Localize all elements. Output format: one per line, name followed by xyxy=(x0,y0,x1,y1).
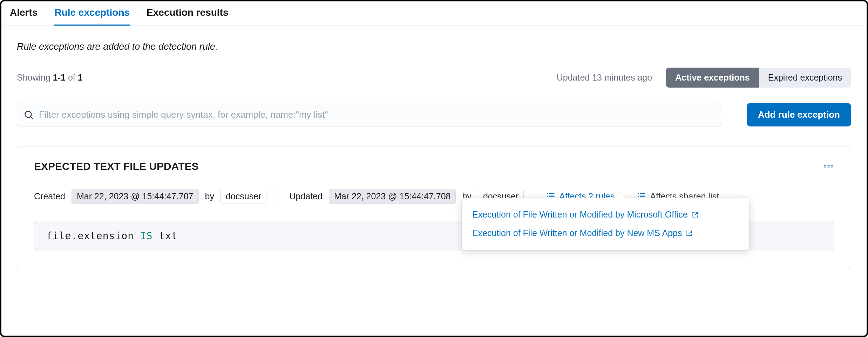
tab-bar: Alerts Rule exceptions Execution results xyxy=(1,1,867,26)
svg-line-1 xyxy=(30,116,33,119)
svg-rect-5 xyxy=(549,196,555,197)
search-icon xyxy=(24,110,33,119)
exception-title: EXPECTED TEXT FILE UPDATES xyxy=(34,160,199,172)
svg-rect-2 xyxy=(547,193,548,194)
svg-rect-9 xyxy=(640,193,645,194)
created-by-badge: docsuser xyxy=(221,189,266,204)
updated-ago: Updated 13 minutes ago xyxy=(557,73,652,83)
created-by-label: by xyxy=(205,191,214,201)
external-link-icon xyxy=(686,230,692,236)
add-rule-exception-button[interactable]: Add rule exception xyxy=(747,103,851,126)
expired-exceptions-toggle[interactable]: Expired exceptions xyxy=(759,68,851,88)
svg-point-0 xyxy=(25,111,31,117)
popover-rule-link[interactable]: Execution of File Written or Modified by… xyxy=(472,205,739,224)
active-exceptions-toggle[interactable]: Active exceptions xyxy=(666,68,759,88)
tab-rule-exceptions[interactable]: Rule exceptions xyxy=(54,7,130,26)
search-input[interactable] xyxy=(39,109,715,120)
svg-rect-8 xyxy=(638,193,639,194)
exception-filter-toggle: Active exceptions Expired exceptions xyxy=(666,68,851,88)
popover-rule-link[interactable]: Execution of File Written or Modified by… xyxy=(472,224,739,242)
more-actions-icon[interactable]: ▫▫▫ xyxy=(824,162,834,171)
tab-alerts[interactable]: Alerts xyxy=(10,7,38,26)
external-link-icon xyxy=(692,212,698,218)
search-container xyxy=(17,103,722,126)
showing-count: Showing 1-1 of 1 xyxy=(17,73,83,83)
updated-label: Updated xyxy=(289,191,323,201)
svg-rect-10 xyxy=(638,196,639,197)
exception-card: EXPECTED TEXT FILE UPDATES ▫▫▫ Created M… xyxy=(17,146,851,268)
toolbar: Showing 1-1 of 1 Updated 13 minutes ago … xyxy=(17,68,851,88)
page-description: Rule exceptions are added to the detecti… xyxy=(17,41,851,52)
svg-rect-3 xyxy=(549,193,555,194)
affects-rules-popover: Execution of File Written or Modified by… xyxy=(462,198,749,250)
created-time-badge: Mar 22, 2023 @ 15:44:47.707 xyxy=(72,189,199,204)
created-label: Created xyxy=(34,191,65,201)
updated-time-badge: Mar 22, 2023 @ 15:44:47.708 xyxy=(329,189,456,204)
divider xyxy=(278,186,278,207)
svg-rect-11 xyxy=(640,196,645,197)
tab-execution-results[interactable]: Execution results xyxy=(147,7,228,26)
svg-rect-4 xyxy=(547,196,548,197)
